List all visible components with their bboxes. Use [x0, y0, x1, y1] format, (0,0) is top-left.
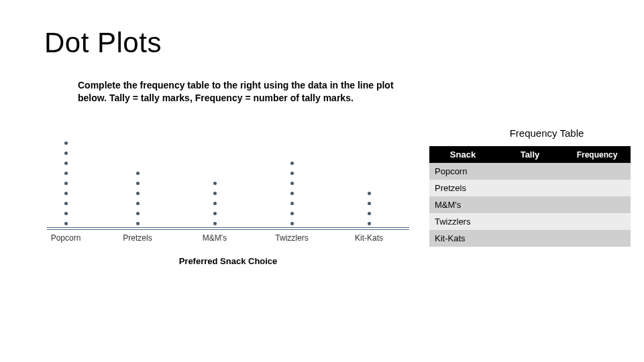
category-label: Pretzels [123, 233, 152, 243]
dot-icon [368, 222, 371, 225]
frequency-table: Snack Tally Frequency PopcornPretzelsM&M… [429, 146, 631, 247]
category-label: M&M's [203, 233, 227, 243]
category-labels: PopcornPretzelsM&M'sTwizzlersKit-Kats [47, 233, 409, 248]
dot-icon [368, 212, 371, 215]
cell-snack: Kit-Kats [429, 230, 496, 247]
dot-icon [64, 212, 68, 215]
dot-icon [64, 162, 68, 165]
dot-icon [64, 152, 68, 155]
plot-area [47, 137, 409, 228]
dot-icon [64, 222, 68, 225]
dot-column [288, 155, 295, 225]
dot-icon [64, 172, 68, 175]
frequency-table-title: Frequency Table [470, 127, 624, 139]
cell-tally [496, 196, 564, 213]
dot-column [366, 185, 372, 225]
cell-tally [496, 213, 564, 230]
cell-tally [496, 230, 564, 247]
dot-icon [213, 202, 217, 205]
dot-icon [64, 182, 68, 185]
dot-column [62, 135, 69, 225]
dot-plot: PopcornPretzelsM&M'sTwizzlersKit-Kats Pr… [47, 137, 409, 266]
category-label: Twizzlers [275, 233, 308, 243]
cell-snack: M&M's [429, 196, 496, 213]
dot-icon [136, 202, 140, 205]
table-row: Twizzlers [429, 213, 631, 230]
dot-icon [290, 212, 294, 215]
cell-frequency [564, 230, 631, 247]
dot-icon [290, 182, 294, 185]
cell-tally [496, 163, 564, 180]
dot-icon [64, 192, 68, 195]
dot-icon [368, 202, 371, 205]
dot-icon [213, 182, 217, 185]
table-row: Kit-Kats [429, 230, 631, 247]
cell-snack: Twizzlers [429, 213, 496, 230]
dot-icon [64, 202, 68, 205]
dot-icon [213, 192, 217, 195]
cell-snack: Popcorn [429, 163, 496, 180]
dot-icon [290, 222, 294, 225]
col-tally: Tally [496, 146, 564, 163]
dot-icon [290, 172, 294, 175]
dot-icon [368, 192, 371, 195]
table-header-row: Snack Tally Frequency [429, 146, 631, 163]
dot-icon [213, 222, 217, 225]
instructions-text: Complete the frequency table to the righ… [78, 79, 413, 105]
cell-frequency [564, 180, 631, 196]
col-frequency: Frequency [564, 146, 631, 163]
dot-column [211, 175, 218, 225]
dot-column [134, 165, 141, 225]
cell-frequency [564, 213, 631, 230]
dot-icon [136, 222, 140, 225]
dot-icon [136, 192, 140, 195]
dot-icon [136, 172, 140, 175]
category-label: Popcorn [51, 233, 81, 243]
dot-icon [290, 202, 294, 205]
plot-title: Preferred Snack Choice [47, 256, 409, 266]
dot-icon [290, 162, 294, 165]
category-label: Kit-Kats [355, 233, 383, 243]
dot-icon [213, 212, 217, 215]
page-title: Dot Plots [44, 27, 162, 59]
table-row: Popcorn [429, 163, 631, 180]
table-row: M&M's [429, 196, 631, 213]
dot-icon [136, 212, 140, 215]
dot-icon [64, 141, 68, 145]
slide: { "title": "Dot Plots", "instructions": … [0, 0, 644, 362]
col-snack: Snack [429, 146, 496, 163]
cell-frequency [564, 163, 631, 180]
table-row: Pretzels [429, 180, 631, 196]
dot-icon [136, 182, 140, 185]
dot-icon [290, 192, 294, 195]
cell-snack: Pretzels [429, 180, 496, 196]
cell-frequency [564, 196, 631, 213]
cell-tally [496, 180, 564, 196]
